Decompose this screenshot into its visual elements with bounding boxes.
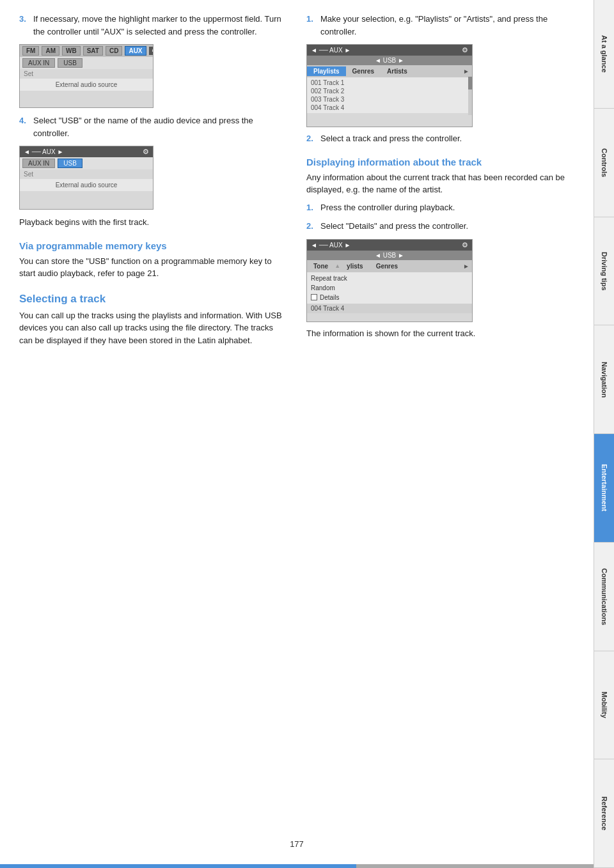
right-step-1: 1. Make your selection, e.g. "Playlists"… xyxy=(306,13,574,38)
set-label-2: Set xyxy=(24,171,33,178)
playlists-tab[interactable]: Playlists xyxy=(307,66,346,76)
press-step-2-number: 2. xyxy=(306,220,317,233)
playlist-subbar: ◄ USB ► xyxy=(307,56,472,65)
sidebar-tab-mobility[interactable]: Mobility xyxy=(594,651,614,760)
scrollbar[interactable] xyxy=(468,77,472,115)
main-content: 3. If necessary, move the highlight mark… xyxy=(0,0,594,377)
am-button[interactable]: AM xyxy=(42,46,59,56)
track-4: 004 Track 4 xyxy=(311,104,468,112)
screen-details: ◄ ── AUX ► ⚙ ◄ USB ► Tone ▲ ylists Genre… xyxy=(306,239,473,322)
right-step-2-number: 2. xyxy=(306,132,317,145)
playlist-tabs: Playlists Genres Artists ► xyxy=(307,65,472,77)
cd-button[interactable]: CD xyxy=(106,46,122,56)
playlist-topbar-label: ◄ ── AUX ► xyxy=(311,47,350,54)
press-step-1: 1. Press the controller during playback. xyxy=(306,201,574,214)
details-topbar: ◄ ── AUX ► ⚙ xyxy=(307,240,472,251)
random-item[interactable]: Random xyxy=(311,283,468,293)
set-label: Set xyxy=(24,70,33,77)
page-number: 177 xyxy=(0,839,594,849)
displaying-text: Any information about the current track … xyxy=(306,171,574,196)
sidebar-tab-at-a-glance[interactable]: At a glance xyxy=(594,0,614,109)
sidebar-tab-entertainment[interactable]: Entertainment xyxy=(594,434,614,543)
playlist-topbar: ◄ ── AUX ► ⚙ xyxy=(307,45,472,56)
playback-note: Playback begins with the first track. xyxy=(19,216,287,229)
usb-subbar-label-2: ◄ USB ► xyxy=(375,252,404,259)
press-step-1-text: Press the controller during playback. xyxy=(320,201,455,214)
details-menu: Repeat track Random Details xyxy=(307,272,472,304)
selecting-heading: Selecting a track xyxy=(19,293,287,306)
screen-aux-selection: FM AM WB SAT CD AUX ⚙ AUX IN USB Set Ext… xyxy=(19,44,154,108)
track-2: 002 Track 2 xyxy=(311,87,468,95)
sidebar-tab-navigation[interactable]: Navigation xyxy=(594,325,614,434)
step-3-number: 3. xyxy=(19,13,29,38)
displaying-heading: Displaying information about the track xyxy=(306,157,574,167)
track-bottom-label: 004 Track 4 xyxy=(307,304,472,313)
via-prog-heading: Via programmable memory keys xyxy=(19,240,287,251)
details-tabs: Tone ▲ ylists Genres ► xyxy=(307,260,472,272)
press-step-1-number: 1. xyxy=(306,201,317,214)
via-prog-text: You can store the "USB" function on a pr… xyxy=(19,255,287,280)
external-audio-label-1: External audio source xyxy=(20,79,153,91)
track-1: 001 Track 1 xyxy=(311,79,468,87)
details-label: Details xyxy=(320,294,340,301)
genres-tab-2[interactable]: Genres xyxy=(370,261,404,271)
right-step-2-text: Select a track and press the controller. xyxy=(320,132,462,145)
left-column: 3. If necessary, move the highlight mark… xyxy=(19,13,287,352)
aux-button[interactable]: AUX xyxy=(125,46,146,56)
repeat-track-item[interactable]: Repeat track xyxy=(311,274,468,283)
usb-subbar-label: ◄ USB ► xyxy=(375,57,404,64)
gear-icon-2: ⚙ xyxy=(143,148,149,156)
screen-radio-row: FM AM WB SAT CD AUX ⚙ xyxy=(20,45,153,57)
genres-tab[interactable]: Genres xyxy=(346,66,381,76)
right-step-1-text: Make your selection, e.g. "Playlists" or… xyxy=(320,13,574,38)
details-item-checkbox[interactable]: Details xyxy=(311,293,468,302)
step-3: 3. If necessary, move the highlight mark… xyxy=(19,13,287,38)
fm-button[interactable]: FM xyxy=(22,46,39,56)
right-step-2: 2. Select a track and press the controll… xyxy=(306,132,574,145)
artists-tab[interactable]: Artists xyxy=(381,66,414,76)
screen-usb-selection: ◄ ── AUX ► ⚙ AUX IN USB Set External aud… xyxy=(19,146,154,210)
details-subbar: ◄ USB ► xyxy=(307,251,472,260)
right-column: 1. Make your selection, e.g. "Playlists"… xyxy=(306,13,574,352)
wb-button[interactable]: WB xyxy=(62,46,81,56)
sidebar-tab-reference[interactable]: Reference xyxy=(594,759,614,868)
selecting-text: You can call up the tracks using the pla… xyxy=(19,309,287,347)
gear-icon-details: ⚙ xyxy=(462,241,468,249)
sidebar-tab-communications[interactable]: Communications xyxy=(594,543,614,651)
screen2-topbar: ◄ ── AUX ► ⚙ xyxy=(20,146,153,157)
details-topbar-label: ◄ ── AUX ► xyxy=(311,242,350,249)
sidebar: At a glance Controls Driving tips Naviga… xyxy=(594,0,614,868)
step-3-text: If necessary, move the highlight marker … xyxy=(33,13,287,38)
playlist-items: 001 Track 1 002 Track 2 003 Track 3 004 … xyxy=(307,77,472,113)
track-3: 003 Track 3 xyxy=(311,95,468,104)
step-4: 4. Select "USB" or the name of the audio… xyxy=(19,114,287,139)
external-audio-label-2: External audio source xyxy=(20,179,153,191)
aux-label-2: ◄ ── AUX ► xyxy=(24,148,63,155)
sat-button[interactable]: SAT xyxy=(83,46,103,56)
scrollbar-thumb[interactable] xyxy=(468,77,472,89)
right-step-1-number: 1. xyxy=(306,13,317,38)
press-step-2: 2. Select "Details" and press the contro… xyxy=(306,220,574,233)
ylists-tab[interactable]: ylists xyxy=(340,261,370,271)
aux-in-button-2[interactable]: AUX IN xyxy=(22,159,55,168)
step-4-number: 4. xyxy=(19,114,29,139)
page-number-value: 177 xyxy=(290,839,304,849)
sidebar-tab-driving-tips[interactable]: Driving tips xyxy=(594,217,614,326)
step-4-text: Select "USB" or the name of the audio de… xyxy=(33,114,287,139)
screen2-input-row: AUX IN USB xyxy=(20,157,153,169)
screen-input-row: AUX IN USB xyxy=(20,57,153,69)
usb-button[interactable]: USB xyxy=(58,58,83,68)
tone-tab[interactable]: Tone xyxy=(307,261,335,271)
screen-playlist: ◄ ── AUX ► ⚙ ◄ USB ► Playlists Genres Ar… xyxy=(306,44,473,127)
gear-icon-playlist: ⚙ xyxy=(462,46,468,54)
sidebar-tab-controls[interactable]: Controls xyxy=(594,109,614,217)
press-step-2-text: Select "Details" and press the controlle… xyxy=(320,220,468,233)
info-note: The information is shown for the current… xyxy=(306,327,574,340)
details-checkbox[interactable] xyxy=(311,294,317,300)
usb-button-2[interactable]: USB xyxy=(58,159,83,168)
aux-in-button[interactable]: AUX IN xyxy=(22,58,55,68)
bottom-bar xyxy=(0,864,594,868)
